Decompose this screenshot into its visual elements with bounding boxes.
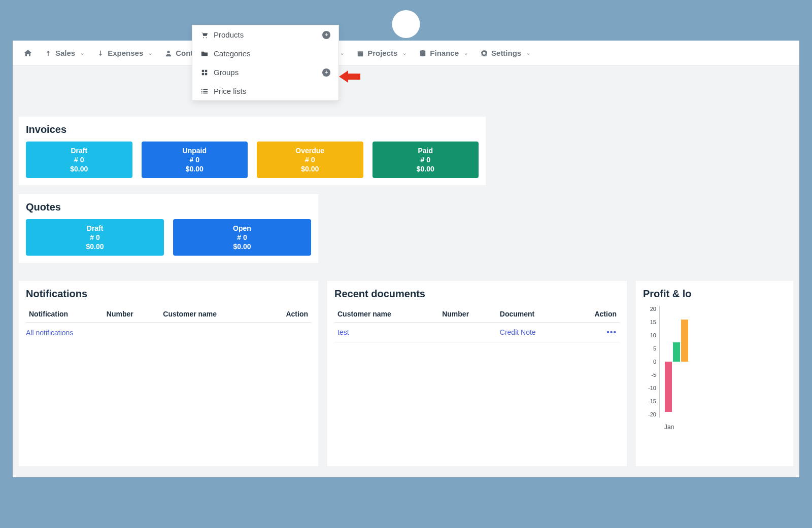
svg-rect-5 <box>358 51 363 52</box>
svg-rect-9 <box>202 73 204 75</box>
bar-series-3 <box>681 320 688 362</box>
y-tick: -10 <box>643 385 656 391</box>
card-amount: $0.00 <box>28 165 130 173</box>
nav-finance[interactable]: Finance ⌄ <box>413 41 474 66</box>
panel-title: Profit & lo <box>643 288 786 300</box>
th-number: Number <box>439 306 497 323</box>
chevron-down-icon: ⌄ <box>464 50 468 56</box>
card-count: # 0 <box>144 156 246 164</box>
all-notifications-link[interactable]: All notifications <box>26 329 73 337</box>
svg-rect-14 <box>203 91 208 92</box>
status-card-unpaid[interactable]: Unpaid # 0 $0.00 <box>142 142 248 178</box>
products-dropdown: Products + Categories Groups <box>192 41 339 101</box>
card-label: Draft <box>28 147 130 155</box>
app-screen: Sales ⌄ Expenses ⌄ Contacts ⌄ <box>13 41 799 477</box>
card-count: # 0 <box>175 233 309 241</box>
y-tick: 5 <box>643 345 656 351</box>
card-label: Paid <box>375 147 477 155</box>
dropdown-item-categories[interactable]: Categories <box>192 44 339 63</box>
dashboard-content: Invoices Draft # 0 $0.00 Unpaid # 0 $0.0… <box>13 66 799 472</box>
document-link[interactable]: Credit Note <box>500 328 536 336</box>
nav-settings[interactable]: Settings ⌄ <box>474 41 536 66</box>
nav-label: Finance <box>430 49 459 57</box>
row-action-menu[interactable]: ••• <box>606 328 617 336</box>
panel-title: Invoices <box>26 124 479 135</box>
th-document: Document <box>497 306 570 323</box>
nav-label: Settings <box>491 49 521 57</box>
chevron-down-icon: ⌄ <box>402 50 407 56</box>
status-card-draft[interactable]: Draft # 0 $0.00 <box>26 219 164 256</box>
bar-series-1 <box>665 362 672 412</box>
dropdown-item-groups[interactable]: Groups + <box>192 63 339 82</box>
dropdown-label: Price lists <box>214 87 246 95</box>
card-amount: $0.00 <box>28 242 162 251</box>
th-customer: Customer name <box>160 306 262 323</box>
nav-sales[interactable]: Sales ⌄ <box>38 41 90 66</box>
home-icon <box>24 49 32 57</box>
dropdown-label: Groups <box>214 68 239 77</box>
card-amount: $0.00 <box>144 165 246 173</box>
user-icon <box>164 49 173 57</box>
y-tick: 0 <box>643 359 656 365</box>
th-notification: Notification <box>26 306 104 323</box>
th-action: Action <box>570 306 620 323</box>
device-frame: Sales ⌄ Expenses ⌄ Contacts ⌄ <box>0 0 812 528</box>
card-label: Overdue <box>259 147 361 155</box>
chart-area: 20 15 10 5 0 -5 -10 -15 -20 <box>643 306 786 438</box>
cell-number <box>439 323 497 342</box>
status-card-paid[interactable]: Paid # 0 $0.00 <box>373 142 479 178</box>
quote-status-cards: Draft # 0 $0.00 Open # 0 $0.00 <box>26 219 311 256</box>
nav-label: Sales <box>55 49 75 57</box>
top-nav: Sales ⌄ Expenses ⌄ Contacts ⌄ <box>13 41 799 66</box>
y-tick: -5 <box>643 372 656 378</box>
invoice-status-cards: Draft # 0 $0.00 Unpaid # 0 $0.00 Overdue… <box>26 142 479 178</box>
svg-rect-7 <box>202 69 204 72</box>
y-axis-labels: 20 15 10 5 0 -5 -10 -15 -20 <box>643 306 656 417</box>
dropdown-item-price-lists[interactable]: Price lists <box>192 82 339 100</box>
card-label: Unpaid <box>144 147 246 155</box>
nav-home[interactable] <box>18 41 38 66</box>
camera-dot <box>392 10 420 38</box>
panel-title: Notifications <box>26 288 311 300</box>
y-tick: -15 <box>643 398 656 404</box>
calendar-icon <box>356 49 364 57</box>
folder-icon <box>200 50 209 58</box>
panel-invoices: Invoices Draft # 0 $0.00 Unpaid # 0 $0.0… <box>19 117 486 185</box>
dropdown-item-products[interactable]: Products + <box>192 41 339 44</box>
customer-link[interactable]: test <box>337 328 349 336</box>
status-card-open[interactable]: Open # 0 $0.00 <box>173 219 311 256</box>
bar-series-2 <box>673 342 680 362</box>
nav-label: Projects <box>367 49 397 57</box>
list-icon <box>200 87 209 95</box>
status-card-overdue[interactable]: Overdue # 0 $0.00 <box>257 142 363 178</box>
svg-point-0 <box>167 50 170 53</box>
database-icon <box>419 49 427 57</box>
panel-quotes: Quotes Draft # 0 $0.00 Open # 0 $0.00 <box>19 194 318 263</box>
chevron-down-icon: ⌄ <box>80 50 84 56</box>
annotation-arrow-icon <box>339 70 360 85</box>
nav-expenses[interactable]: Expenses ⌄ <box>90 41 158 66</box>
svg-rect-10 <box>205 73 207 75</box>
gear-icon <box>480 49 488 57</box>
nav-projects[interactable]: Projects ⌄ <box>350 41 413 66</box>
chevron-down-icon: ⌄ <box>148 50 152 56</box>
card-amount: $0.00 <box>175 242 309 251</box>
table-row: test Credit Note ••• <box>334 323 620 342</box>
recent-documents-table: Customer name Number Document Action tes… <box>334 306 620 342</box>
th-number: Number <box>104 306 160 323</box>
plus-icon[interactable]: + <box>322 68 330 77</box>
y-tick: 20 <box>643 306 656 312</box>
card-amount: $0.00 <box>259 165 361 173</box>
panel-recent-documents: Recent documents Customer name Number Do… <box>327 281 627 466</box>
card-count: # 0 <box>28 233 162 241</box>
x-tick-jan: Jan <box>664 424 674 431</box>
svg-rect-15 <box>201 92 202 93</box>
panel-title: Quotes <box>26 201 311 213</box>
status-card-draft[interactable]: Draft # 0 $0.00 <box>26 142 132 178</box>
y-tick: 10 <box>643 332 656 338</box>
chevron-down-icon: ⌄ <box>526 50 530 56</box>
th-action: Action <box>263 306 311 323</box>
nav-label: Expenses <box>108 49 143 57</box>
chevron-down-icon: ⌄ <box>340 50 344 56</box>
svg-rect-11 <box>201 89 202 90</box>
